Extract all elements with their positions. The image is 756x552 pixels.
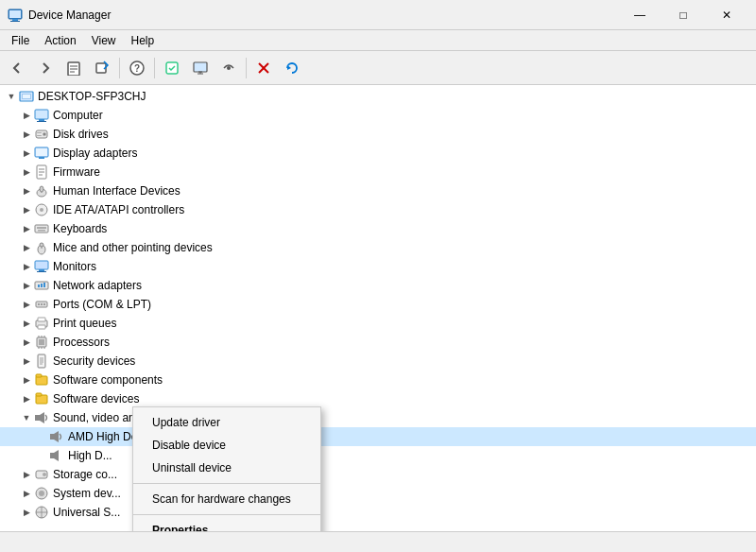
sound-icon <box>34 410 49 425</box>
tree-label-networkadapters: Network adapters <box>53 279 142 292</box>
toolbar-properties-button[interactable] <box>60 55 87 81</box>
ports-expander[interactable]: ▶ <box>19 297 34 312</box>
svg-rect-23 <box>35 110 48 119</box>
maximize-button[interactable]: □ <box>662 0 705 30</box>
svg-point-62 <box>41 303 43 305</box>
context-menu-item-uninstall-device[interactable]: Uninstall device <box>133 457 320 479</box>
svg-point-89 <box>43 473 46 476</box>
tree-item-firmware[interactable]: ▶ Firmware <box>0 163 756 181</box>
tree-panel[interactable]: ▼ DESKTOP-SFP3CHJ ▶ Computer <box>0 85 756 531</box>
svg-rect-47 <box>39 227 41 229</box>
universals-icon <box>34 505 49 520</box>
app-icon <box>8 8 23 23</box>
help-icon: ? <box>129 60 145 76</box>
systemdev-expander[interactable]: ▶ <box>19 486 34 501</box>
softwaredevices-expander[interactable]: ▶ <box>19 391 34 406</box>
tree-item-keyboards[interactable]: ▶ Keyboards <box>0 219 756 238</box>
tree-item-processors[interactable]: ▶ Processors <box>0 333 756 352</box>
svg-rect-12 <box>194 62 207 72</box>
toolbar-connect-button[interactable] <box>215 55 242 81</box>
tree-item-monitors[interactable]: ▶ Monitors <box>0 257 756 276</box>
sound-expander[interactable]: ▼ <box>19 410 34 425</box>
svg-rect-59 <box>43 283 45 287</box>
firmware-expander[interactable]: ▶ <box>19 164 34 180</box>
context-menu-separator-1 <box>133 483 320 484</box>
tree-item-storage[interactable]: ▶ Storage co... <box>0 465 756 484</box>
tree-item-diskdrives[interactable]: ▶ Disk drives <box>0 125 756 144</box>
networkadapters-expander[interactable]: ▶ <box>19 278 34 293</box>
tree-item-universals[interactable]: ▶ Universal S... <box>0 503 756 522</box>
svg-point-42 <box>40 208 43 212</box>
monitors-expander[interactable]: ▶ <box>19 259 34 274</box>
softwaredevices-icon <box>34 391 49 406</box>
tree-item-printqueues[interactable]: ▶ Print queues <box>0 314 756 333</box>
securitydevices-icon <box>34 354 49 369</box>
universals-expander[interactable]: ▶ <box>19 505 34 520</box>
keyboards-expander[interactable]: ▶ <box>19 221 34 236</box>
softwarecomponents-expander[interactable]: ▶ <box>19 372 34 388</box>
tree-label-mice: Mice and other pointing devices <box>53 241 213 254</box>
svg-rect-65 <box>38 318 45 321</box>
svg-rect-46 <box>44 227 46 229</box>
tree-label-softwarecomponents: Software components <box>53 373 163 387</box>
printqueues-expander[interactable]: ▶ <box>19 316 34 331</box>
close-button[interactable]: ✕ <box>705 0 748 30</box>
ide-expander[interactable]: ▶ <box>19 202 34 217</box>
tree-item-systemdev[interactable]: ▶ System dev... <box>0 484 756 503</box>
toolbar-remove-button[interactable] <box>250 55 277 81</box>
svg-rect-68 <box>39 339 44 345</box>
context-menu-item-update-driver[interactable]: Update driver <box>133 411 320 434</box>
tree-item-displayadapters[interactable]: ▶ Display adapters <box>0 144 756 163</box>
printqueues-icon <box>34 316 49 331</box>
diskdrives-expander[interactable]: ▶ <box>19 127 34 142</box>
securitydevices-expander[interactable]: ▶ <box>19 354 34 369</box>
context-menu-item-disable-device[interactable]: Disable device <box>133 434 320 457</box>
svg-rect-55 <box>37 271 46 272</box>
tree-item-softwarecomponents[interactable]: ▶ Software components <box>0 371 756 389</box>
computer-expander[interactable]: ▶ <box>19 108 34 123</box>
tree-item-ide[interactable]: ▶ IDE ATA/ATAPI controllers <box>0 200 756 219</box>
menu-help[interactable]: Help <box>124 30 163 50</box>
svg-rect-85 <box>35 415 40 421</box>
toolbar-monitor-button[interactable] <box>187 55 214 81</box>
remove-icon <box>256 60 271 76</box>
svg-rect-29 <box>37 132 42 133</box>
tree-item-securitydevices[interactable]: ▶ Security devices <box>0 352 756 371</box>
toolbar-separator-3 <box>246 58 247 78</box>
toolbar-forward-button[interactable] <box>32 55 59 81</box>
tree-item-high-d[interactable]: ▶ High D... <box>0 446 756 465</box>
tree-item-ports[interactable]: ▶ Ports (COM & LPT) <box>0 295 756 314</box>
toolbar-update-button[interactable] <box>89 55 115 81</box>
processors-expander[interactable]: ▶ <box>19 335 34 350</box>
hid-expander[interactable]: ▶ <box>19 183 34 198</box>
tree-item-sound[interactable]: ▼ Sound, video and game controllers <box>0 408 756 427</box>
context-menu-item-properties[interactable]: Properties <box>133 519 320 531</box>
menu-file[interactable]: File <box>4 30 37 50</box>
tree-item-computer[interactable]: ▶ Computer <box>0 106 756 125</box>
toolbar-help-button[interactable]: ? <box>124 55 150 81</box>
menu-action[interactable]: Action <box>37 30 83 50</box>
root-expander[interactable]: ▼ <box>4 89 19 104</box>
tree-item-mice[interactable]: ▶ Mice and other pointing devices <box>0 238 756 257</box>
root-label: DESKTOP-SFP3CHJ <box>38 90 146 103</box>
tree-item-softwaredevices[interactable]: ▶ Software devices <box>0 389 756 408</box>
amd-audio-icon <box>49 429 64 444</box>
tree-root[interactable]: ▼ DESKTOP-SFP3CHJ <box>0 87 756 106</box>
toolbar-back-button[interactable] <box>4 55 30 81</box>
context-menu-item-scan-hardware[interactable]: Scan for hardware changes <box>133 488 320 510</box>
toolbar-separator-2 <box>154 58 155 78</box>
toolbar-scan-button[interactable] <box>159 55 185 81</box>
tree-item-networkadapters[interactable]: ▶ Network adapters <box>0 276 756 295</box>
storage-expander[interactable]: ▶ <box>19 467 34 482</box>
status-bar <box>0 531 756 552</box>
tree-item-hid[interactable]: ▶ Human Interface Devices <box>0 181 756 200</box>
tree-item-amd-audio[interactable]: ▶ AMD High Definition Audio Device <box>0 427 756 446</box>
svg-rect-1 <box>12 19 18 21</box>
minimize-button[interactable]: — <box>618 0 662 30</box>
context-menu-label-scan-hardware: Scan for hardware changes <box>152 492 291 506</box>
menu-view[interactable]: View <box>84 30 124 50</box>
mice-expander[interactable]: ▶ <box>19 240 34 255</box>
toolbar-refresh-button[interactable] <box>279 55 305 81</box>
displayadapters-expander[interactable]: ▶ <box>19 146 34 161</box>
root-icon <box>19 89 34 104</box>
